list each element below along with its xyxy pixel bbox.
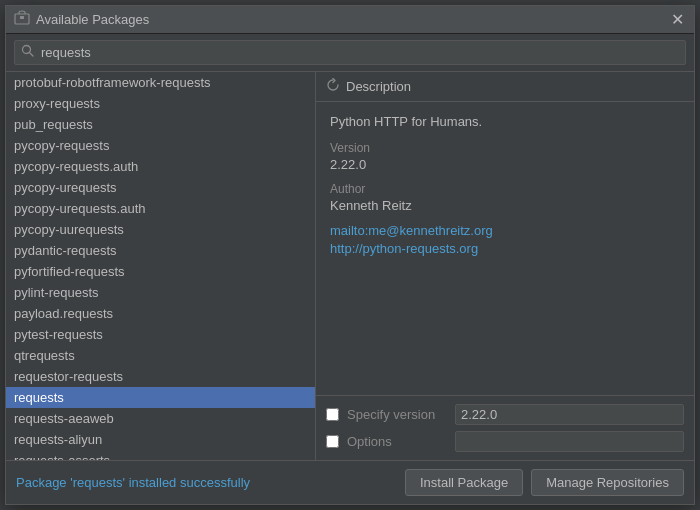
specify-version-label: Specify version	[347, 407, 447, 422]
list-item[interactable]: pyfortified-requests	[6, 261, 315, 282]
bottom-bar: Package 'requests' installed successfull…	[6, 460, 694, 504]
titlebar-left: Available Packages	[14, 10, 149, 29]
list-item[interactable]: pub_requests	[6, 114, 315, 135]
specify-version-checkbox[interactable]	[326, 408, 339, 421]
refresh-button[interactable]	[326, 78, 340, 95]
titlebar: Available Packages ✕	[6, 6, 694, 34]
options-input[interactable]	[455, 431, 684, 452]
author-value: Kenneth Reitz	[330, 198, 680, 213]
install-package-button[interactable]: Install Package	[405, 469, 523, 496]
list-item[interactable]: pycopy-uurequests	[6, 219, 315, 240]
list-item[interactable]: requests-asserts	[6, 450, 315, 460]
main-content: protobuf-robotframework-requestsproxy-re…	[6, 72, 694, 460]
description-link[interactable]: mailto:me@kennethreitz.org	[330, 223, 680, 238]
right-panel: Description Python HTTP for Humans. Vers…	[316, 72, 694, 460]
options-row: Options	[326, 431, 684, 452]
button-group: Install Package Manage Repositories	[405, 469, 684, 496]
list-item[interactable]: requests	[6, 387, 315, 408]
search-wrapper	[14, 40, 686, 65]
manage-repositories-button[interactable]: Manage Repositories	[531, 469, 684, 496]
dialog-title: Available Packages	[36, 12, 149, 27]
search-icon	[21, 44, 35, 61]
search-input[interactable]	[41, 45, 679, 60]
list-item[interactable]: payload.requests	[6, 303, 315, 324]
available-packages-dialog: Available Packages ✕ protobuf-robotframe…	[5, 5, 695, 505]
links-container: mailto:me@kennethreitz.orghttp://python-…	[330, 223, 680, 256]
version-label: Version	[330, 141, 680, 155]
list-item[interactable]: pycopy-requests.auth	[6, 156, 315, 177]
list-item[interactable]: requestor-requests	[6, 366, 315, 387]
options-area: Specify version Options	[316, 395, 694, 460]
description-link[interactable]: http://python-requests.org	[330, 241, 680, 256]
description-header: Description	[346, 79, 411, 94]
version-value: 2.22.0	[330, 157, 680, 172]
list-item[interactable]: pycopy-urequests	[6, 177, 315, 198]
list-item[interactable]: requests-aeaweb	[6, 408, 315, 429]
desc-main-text: Python HTTP for Humans.	[330, 114, 680, 129]
search-bar	[6, 34, 694, 72]
specify-version-input[interactable]	[455, 404, 684, 425]
list-item[interactable]: pylint-requests	[6, 282, 315, 303]
options-checkbox[interactable]	[326, 435, 339, 448]
list-item[interactable]: pydantic-requests	[6, 240, 315, 261]
svg-rect-1	[20, 16, 24, 19]
package-list: protobuf-robotframework-requestsproxy-re…	[6, 72, 315, 460]
author-label: Author	[330, 182, 680, 196]
dialog-icon	[14, 10, 30, 29]
list-item[interactable]: proxy-requests	[6, 93, 315, 114]
list-item[interactable]: pytest-requests	[6, 324, 315, 345]
description-area: Python HTTP for Humans. Version 2.22.0 A…	[316, 102, 694, 395]
list-item[interactable]: protobuf-robotframework-requests	[6, 72, 315, 93]
list-item[interactable]: qtrequests	[6, 345, 315, 366]
package-list-panel: protobuf-robotframework-requestsproxy-re…	[6, 72, 316, 460]
svg-line-3	[30, 53, 33, 56]
options-label: Options	[347, 434, 447, 449]
specify-version-row: Specify version	[326, 404, 684, 425]
right-panel-header: Description	[316, 72, 694, 102]
status-text: Package 'requests' installed successfull…	[16, 475, 250, 490]
close-button[interactable]: ✕	[669, 12, 686, 28]
list-item[interactable]: requests-aliyun	[6, 429, 315, 450]
list-item[interactable]: pycopy-urequests.auth	[6, 198, 315, 219]
list-item[interactable]: pycopy-requests	[6, 135, 315, 156]
